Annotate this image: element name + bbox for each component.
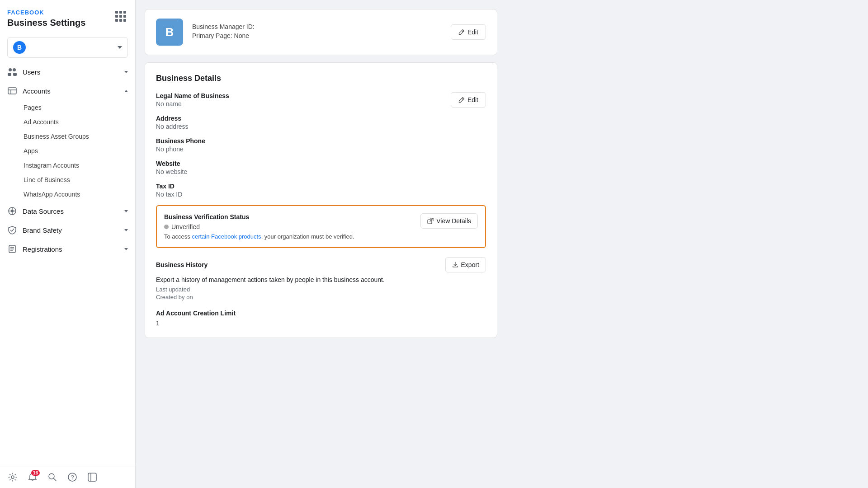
history-last-updated: Last updated <box>156 286 486 293</box>
address-value: No address <box>156 123 486 130</box>
status-dot-icon <box>164 225 169 229</box>
website-label: Website <box>156 160 486 167</box>
svg-point-8 <box>11 210 14 212</box>
facebook-products-link[interactable]: certain Facebook products <box>192 233 261 240</box>
grid-icon[interactable] <box>113 9 128 23</box>
edit-icon <box>458 97 465 103</box>
sidebar-item-accounts-label: Accounts <box>23 87 119 95</box>
business-history-section: Business History Export Export a history… <box>156 257 486 300</box>
history-description: Export a history of management actions t… <box>156 276 486 283</box>
unverified-row: Unverified <box>164 223 413 230</box>
notifications-icon[interactable]: 16 <box>27 472 38 483</box>
sidebar-sub-item-business-asset-groups[interactable]: Business Asset Groups <box>0 129 135 144</box>
chevron-down-icon <box>124 248 128 250</box>
sidebar-item-users-label: Users <box>23 68 119 76</box>
svg-line-24 <box>462 31 463 32</box>
primary-page: Primary Page: None <box>192 32 442 39</box>
detail-row-phone: Business Phone No phone <box>156 137 486 153</box>
detail-row-legal-name: Legal Name of Business No name <box>156 92 486 108</box>
avatar: B <box>13 41 26 54</box>
details-edit-label: Edit <box>467 96 478 103</box>
search-icon[interactable] <box>47 472 58 483</box>
detail-row-address: Address No address <box>156 115 486 130</box>
sidebar-header: FACEBOOK Business Settings <box>0 0 135 33</box>
legal-name-label: Legal Name of Business <box>156 92 486 99</box>
detail-row-website: Website No website <box>156 160 486 175</box>
tax-id-value: No tax ID <box>156 191 486 198</box>
svg-rect-0 <box>9 68 12 71</box>
external-link-icon <box>427 218 434 224</box>
accounts-icon <box>7 86 17 96</box>
svg-rect-22 <box>88 473 96 481</box>
sidebar-sub-item-pages[interactable]: Pages <box>0 100 135 115</box>
sidebar-item-data-sources[interactable]: Data Sources <box>0 202 135 221</box>
svg-point-17 <box>11 476 14 479</box>
chevron-down-icon <box>124 229 128 231</box>
verification-status: Unverified <box>171 223 200 230</box>
svg-rect-1 <box>13 68 16 71</box>
notification-badge: 16 <box>31 470 40 476</box>
verification-status-box: Business Verification Status Unverified … <box>156 205 486 248</box>
chevron-down-icon <box>124 210 128 212</box>
details-grid: Edit Legal Name of Business No name Addr… <box>156 92 486 198</box>
legal-name-value: No name <box>156 100 486 108</box>
sidebar-sub-item-whatsapp-accounts[interactable]: WhatsApp Accounts <box>0 187 135 202</box>
business-manager-id: Business Manager ID: <box>192 23 442 30</box>
history-title: Business History <box>156 261 208 268</box>
export-button[interactable]: Export <box>445 257 486 272</box>
sidebar-sub-item-ad-accounts[interactable]: Ad Accounts <box>0 115 135 129</box>
users-icon <box>7 67 17 77</box>
business-avatar: B <box>156 19 183 46</box>
registrations-icon <box>7 244 17 254</box>
svg-line-25 <box>462 99 463 100</box>
business-info: Business Manager ID: Primary Page: None <box>192 23 442 41</box>
business-details-card: Business Details Edit Legal Name of Busi… <box>145 62 497 338</box>
history-header: Business History Export <box>156 257 486 272</box>
svg-rect-2 <box>8 73 11 76</box>
sidebar-toggle-icon[interactable] <box>87 472 98 483</box>
sidebar-item-accounts[interactable]: Accounts <box>0 81 135 100</box>
sidebar-item-brand-safety-label: Brand Safety <box>23 226 119 234</box>
sidebar-sub-item-line-of-business[interactable]: Line of Business <box>0 173 135 187</box>
business-details-title: Business Details <box>156 74 486 83</box>
account-selector[interactable]: B <box>7 37 128 58</box>
verification-content: Business Verification Status Unverified … <box>164 213 413 240</box>
ad-account-limit-title: Ad Account Creation Limit <box>156 310 486 317</box>
view-details-button[interactable]: View Details <box>420 213 478 229</box>
sidebar-item-brand-safety[interactable]: Brand Safety <box>0 221 135 239</box>
chevron-down-icon <box>118 46 122 49</box>
business-header-card: B Business Manager ID: Primary Page: Non… <box>145 9 497 55</box>
sidebar-title: Business Settings <box>7 18 85 28</box>
address-label: Address <box>156 115 486 122</box>
brand-safety-icon <box>7 225 17 235</box>
website-value: No website <box>156 168 486 175</box>
settings-icon[interactable] <box>7 472 18 483</box>
sidebar-item-registrations[interactable]: Registrations <box>0 239 135 258</box>
sidebar-sub-item-instagram-accounts[interactable]: Instagram Accounts <box>0 158 135 173</box>
verification-note: To access certain Facebook products, you… <box>164 233 413 240</box>
history-created-by: Created by on <box>156 294 486 300</box>
sidebar-footer: 16 ? <box>0 466 135 488</box>
svg-text:?: ? <box>71 474 74 481</box>
sidebar-sub-item-apps[interactable]: Apps <box>0 144 135 158</box>
main-content: B Business Manager ID: Primary Page: Non… <box>136 0 868 488</box>
header-edit-button[interactable]: Edit <box>451 24 486 40</box>
export-icon <box>452 262 458 268</box>
details-edit-button[interactable]: Edit <box>451 92 486 108</box>
phone-label: Business Phone <box>156 137 486 145</box>
sidebar: FACEBOOK Business Settings B Users <box>0 0 136 488</box>
sidebar-item-registrations-label: Registrations <box>23 245 119 253</box>
svg-rect-3 <box>13 73 17 76</box>
help-icon[interactable]: ? <box>67 472 78 483</box>
sidebar-item-users[interactable]: Users <box>0 62 135 81</box>
chevron-up-icon <box>124 90 128 92</box>
chevron-down-icon <box>124 71 128 73</box>
view-details-label: View Details <box>436 217 471 225</box>
tax-id-label: Tax ID <box>156 183 486 190</box>
note-after: , your organization must be verified. <box>261 233 354 240</box>
note-before: To access <box>164 233 192 240</box>
data-sources-icon <box>7 206 17 216</box>
svg-rect-4 <box>8 88 16 94</box>
export-label: Export <box>461 261 479 268</box>
facebook-logo: FACEBOOK <box>7 9 85 16</box>
